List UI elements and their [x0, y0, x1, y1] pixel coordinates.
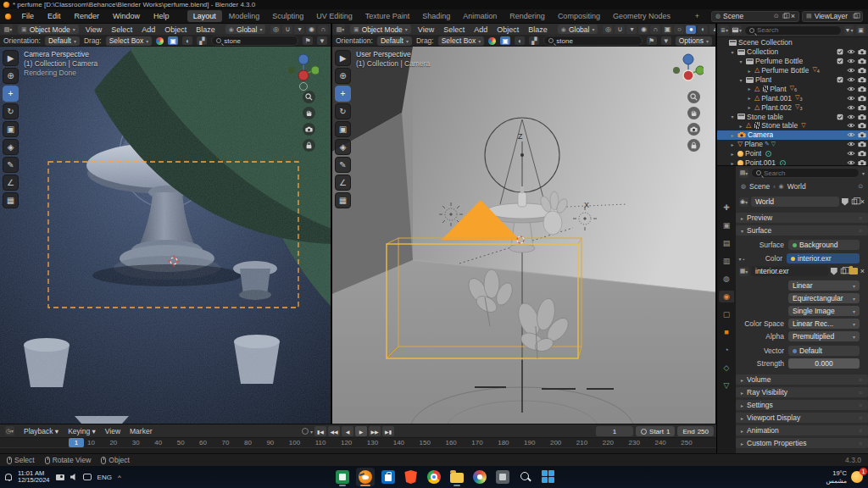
- timeline-editor-icon[interactable]: ◷▾: [5, 426, 14, 435]
- properties-editor-icon[interactable]: ▤▾: [739, 169, 748, 178]
- options-dropdown[interactable]: Options▾: [676, 36, 712, 46]
- outliner-row-perfume-bottle[interactable]: ▾Perfume Bottle: [717, 57, 868, 66]
- editor-type-icon[interactable]: ▧▾: [3, 25, 13, 34]
- taskbar-app-snipping-tool-icon[interactable]: [493, 468, 512, 486]
- tool-scale-button[interactable]: ▣: [3, 121, 19, 137]
- solid-viewport-canvas[interactable]: Z X User Perspective (1) Collection | Ca…: [332, 47, 715, 424]
- new-viewlayer-icon[interactable]: [854, 14, 858, 19]
- checkbox-toggle-icon[interactable]: [836, 48, 844, 55]
- taskbar-app-chrome-icon[interactable]: [425, 468, 443, 486]
- eye-toggle-icon[interactable]: [847, 86, 855, 92]
- volume-icon[interactable]: [70, 474, 77, 480]
- viewport-menu-blaze[interactable]: Blaze: [194, 25, 217, 34]
- taskbar-app-green-app-icon[interactable]: [333, 468, 352, 486]
- eye-toggle-icon[interactable]: [847, 114, 855, 120]
- properties-search[interactable]: [751, 168, 860, 178]
- outliner-search-input[interactable]: [757, 26, 837, 34]
- tray-expand-chevron[interactable]: ^: [118, 474, 121, 481]
- tool-tweak-select-button[interactable]: ▶: [3, 50, 19, 66]
- tool-rotate-button[interactable]: ↻: [335, 103, 351, 119]
- camera-toggle-icon[interactable]: [858, 159, 866, 166]
- viewport-search[interactable]: [211, 36, 298, 46]
- previous-keyframe-button[interactable]: ◀◀: [328, 426, 340, 436]
- search-input[interactable]: [224, 37, 293, 45]
- zoom-icon[interactable]: [303, 91, 315, 103]
- sphere-toggle-icon[interactable]: ◐: [182, 36, 192, 45]
- checkbox-toggle-icon[interactable]: [836, 58, 844, 64]
- camera-toggle-icon[interactable]: [858, 58, 866, 64]
- workspace-tab-modeling[interactable]: Modeling: [223, 10, 266, 22]
- properties-tab-collection[interactable]: ▢: [719, 308, 734, 320]
- shading-wireframe-icon[interactable]: ○: [674, 25, 684, 34]
- outliner-row-scene-collection[interactable]: Scene Collection: [717, 38, 868, 47]
- tool-add-cube-button[interactable]: ▦: [335, 192, 351, 208]
- properties-tab-world[interactable]: ◉: [719, 291, 734, 302]
- viewport-menu-view[interactable]: View: [416, 25, 436, 34]
- tool-annotate-button[interactable]: ✎: [335, 157, 351, 173]
- menu-file[interactable]: File: [19, 11, 37, 21]
- lock-icon[interactable]: [687, 139, 700, 152]
- select-mode-icon[interactable]: ▣: [500, 36, 510, 45]
- menu-render[interactable]: Render: [72, 11, 103, 21]
- world-datablock-icon[interactable]: ◉▾: [739, 197, 748, 207]
- outliner-row-point[interactable]: ▸Point: [717, 149, 868, 158]
- viewport-menu-object[interactable]: Object: [495, 25, 520, 34]
- camera-toggle-icon[interactable]: [858, 150, 866, 157]
- bookmark-icon[interactable]: ⚑: [647, 36, 657, 45]
- eye-toggle-icon[interactable]: [847, 150, 855, 157]
- pan-hand-icon[interactable]: [303, 107, 315, 119]
- outliner-row-perfume-bottle[interactable]: ▸△Perfume Bottle▽4: [717, 66, 868, 75]
- sphere-toggle-icon[interactable]: ◐: [515, 36, 525, 45]
- tool-transform-button[interactable]: ◈: [335, 139, 351, 155]
- menu-edit[interactable]: Edit: [45, 11, 64, 21]
- viewport-menu-blaze[interactable]: Blaze: [526, 25, 549, 34]
- panel-ray-visibility[interactable]: ▸Ray Visibility≡: [736, 387, 868, 397]
- source-dropdown[interactable]: Single Image▾: [788, 306, 860, 316]
- properties-tab-physics[interactable]: ◔: [719, 344, 734, 356]
- taskbar-app-brave-icon[interactable]: [402, 468, 420, 486]
- unlink-datablock-icon[interactable]: ×: [860, 198, 865, 206]
- lock-icon[interactable]: [303, 139, 315, 152]
- viewport-menu-view[interactable]: View: [84, 25, 103, 34]
- checkbox-toggle-icon[interactable]: [836, 76, 844, 83]
- outliner-row-stone-table[interactable]: ▸△Stone table▽: [717, 121, 868, 130]
- tool-add-cube-button[interactable]: ▦: [3, 192, 19, 208]
- properties-tab-tool[interactable]: ✚: [719, 202, 734, 214]
- snap-magnet-icon[interactable]: ∪: [615, 25, 625, 34]
- texture-toggle-icon[interactable]: ▞: [529, 36, 539, 45]
- close-scene-icon[interactable]: ×: [791, 13, 795, 20]
- tool-annotate-button[interactable]: ✎: [3, 157, 19, 173]
- orientation-dropdown[interactable]: Default▾: [45, 36, 80, 46]
- play-reverse-button[interactable]: ◀: [342, 426, 353, 436]
- render-viewport-canvas[interactable]: Camera Perspective (1) Collection | Came…: [0, 47, 331, 424]
- properties-tab-object[interactable]: ■: [719, 326, 734, 338]
- eye-toggle-icon[interactable]: [847, 76, 855, 83]
- filter-icon[interactable]: ▼: [661, 36, 671, 45]
- tool-cursor-button[interactable]: ⊕: [335, 68, 351, 84]
- camera-toggle-icon[interactable]: [858, 141, 866, 147]
- falloff-icon[interactable]: ∩: [318, 25, 328, 34]
- camera-toggle-icon[interactable]: [858, 95, 866, 102]
- outliner-row-plant[interactable]: ▾Plant: [717, 75, 868, 85]
- filter-icon[interactable]: ▼: [317, 36, 327, 45]
- vector-field[interactable]: Default: [788, 346, 860, 356]
- viewlayer-selector[interactable]: ▤ ViewLayer: [802, 11, 863, 22]
- properties-tab-view-layer[interactable]: ▥: [719, 255, 734, 267]
- shading-solid-icon[interactable]: ●: [686, 25, 696, 34]
- shading-material-icon[interactable]: ◐: [698, 25, 708, 34]
- timeline-menu-playback[interactable]: Playback ▾: [24, 427, 58, 435]
- orientation-dropdown[interactable]: Default▾: [377, 36, 412, 46]
- fake-user-shield-icon[interactable]: [842, 198, 849, 206]
- strength-slider[interactable]: 0.000: [788, 358, 860, 369]
- breadcrumb-scene[interactable]: Scene: [749, 182, 770, 191]
- workspace-tab-scripting[interactable]: Scripting: [677, 10, 683, 22]
- timeline-menu-view[interactable]: View: [105, 427, 120, 435]
- weather-widget[interactable]: 19°C مشمس 1: [826, 469, 863, 485]
- camera-toggle-icon[interactable]: [858, 48, 866, 55]
- texture-toggle-icon[interactable]: ▞: [197, 36, 207, 45]
- panel-settings[interactable]: ▸Settings≡: [736, 400, 868, 410]
- tool-cursor-button[interactable]: ⊕: [3, 68, 19, 84]
- add-workspace-button[interactable]: +: [692, 10, 703, 22]
- taskbar-app-search-icon[interactable]: [516, 468, 535, 486]
- eye-toggle-icon[interactable]: [847, 58, 855, 64]
